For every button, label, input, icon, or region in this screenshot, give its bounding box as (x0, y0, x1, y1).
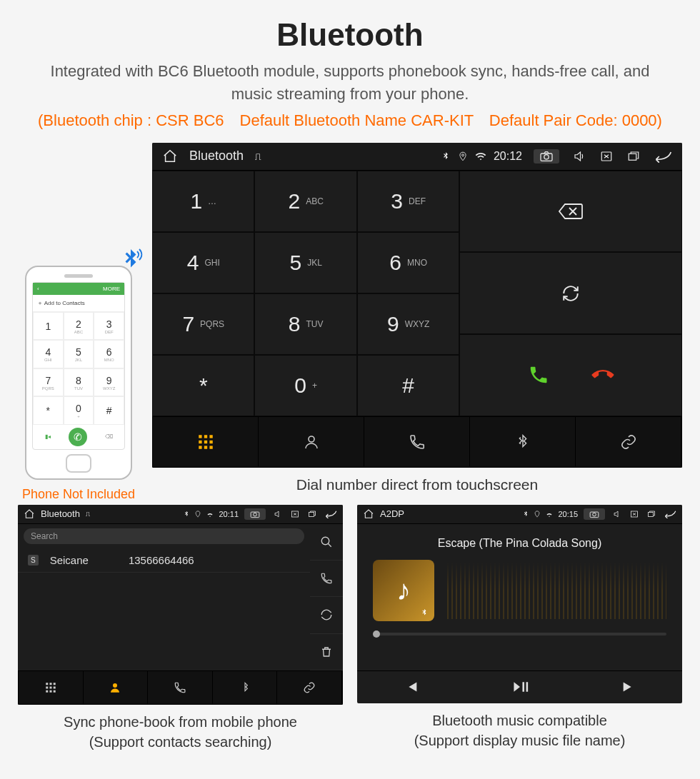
phone-key-4: 4GHI (33, 340, 64, 368)
search-input[interactable]: Search (24, 528, 304, 544)
home-icon[interactable] (162, 149, 178, 164)
phone-key-5: 5JKL (64, 340, 94, 368)
page-subtitle: Integrated with BC6 Bluetooth module, su… (0, 60, 700, 111)
phonebook-caption-2: (Support contacts searching) (18, 732, 343, 752)
contact-row[interactable]: S Seicane 13566664466 (18, 548, 310, 573)
dialer-statusbar: Bluetooth ⎍ 20:12 (152, 143, 682, 171)
svg-point-29 (113, 683, 117, 688)
music-time: 20:15 (558, 510, 578, 518)
dialer-key-9[interactable]: 9WXYZ (357, 293, 459, 355)
page-title: Bluetooth (0, 0, 700, 60)
phonebook-caption-1: Sync phone-book from mobile phone (18, 712, 343, 732)
svg-rect-5 (199, 435, 201, 438)
volume-icon[interactable] (273, 510, 283, 518)
back-icon[interactable] (664, 510, 676, 518)
phonebook-time: 20:11 (219, 510, 239, 518)
close-icon[interactable] (599, 150, 614, 163)
camera-icon[interactable] (584, 508, 605, 520)
redial-button[interactable] (459, 252, 682, 334)
side-call-icon[interactable] (310, 561, 343, 597)
play-pause-button[interactable] (511, 679, 529, 695)
person-icon (303, 433, 320, 451)
phone-key-0: 0+ (64, 396, 94, 425)
backspace-button[interactable] (459, 171, 682, 253)
back-icon[interactable] (654, 150, 672, 163)
tab-pair[interactable] (277, 671, 342, 704)
tab-pair[interactable] (576, 417, 681, 467)
tab-recent[interactable] (148, 671, 213, 704)
visualizer (447, 562, 666, 619)
tab-contacts[interactable] (84, 671, 149, 704)
svg-rect-12 (204, 446, 206, 448)
phone-key-#: # (94, 396, 124, 425)
wifi-icon (545, 511, 554, 518)
dialer-key-3[interactable]: 3DEF (357, 171, 459, 232)
volume-icon[interactable] (572, 150, 586, 163)
phonebook-statusbar: Bluetooth ⎍ 20:11 (18, 505, 343, 524)
dialer-keypad: 1…2ABC3DEF4GHI5JKL6MNO7PQRS8TUV9WXYZ*0+# (152, 171, 459, 416)
dialer-key-2[interactable]: 2ABC (254, 171, 356, 232)
music-caption-2: (Support display music file name) (357, 730, 682, 750)
album-bluetooth-icon (420, 608, 429, 617)
dialer-key-#[interactable]: # (357, 355, 459, 416)
phone-key-2: 2ABC (64, 312, 94, 341)
back-icon[interactable] (324, 510, 337, 518)
svg-point-0 (461, 154, 464, 156)
svg-rect-9 (204, 441, 206, 443)
backspace-icon (558, 202, 584, 221)
dialer-key-6[interactable]: 6MNO (357, 232, 459, 293)
dialer-key-0[interactable]: 0+ (254, 355, 356, 416)
hangup-button[interactable] (592, 364, 614, 386)
svg-rect-11 (199, 446, 201, 448)
bluetooth-spec-line: (Bluetooth chip : CSR BC6 Default Blueto… (0, 111, 700, 143)
dialer-key-4[interactable]: 4GHI (152, 232, 254, 293)
recent-apps-icon[interactable] (646, 510, 656, 518)
dialer-key-*[interactable]: * (152, 355, 254, 416)
usb-icon: ⎍ (86, 510, 90, 518)
progress-bar[interactable] (373, 633, 666, 635)
camera-icon[interactable] (534, 149, 559, 164)
dialpad-icon (196, 433, 215, 451)
tab-contacts[interactable] (259, 417, 364, 467)
volume-icon[interactable] (612, 510, 622, 518)
redial-icon (560, 284, 581, 303)
link-icon (619, 433, 638, 451)
usb-icon: ⎍ (255, 151, 261, 162)
close-icon[interactable] (290, 510, 300, 518)
phonebook-title: Bluetooth (41, 508, 80, 519)
tab-bluetooth[interactable] (213, 671, 278, 704)
home-icon[interactable] (363, 508, 374, 520)
dialer-key-7[interactable]: 7PQRS (152, 293, 254, 355)
tab-bluetooth[interactable] (470, 417, 576, 467)
tab-recent[interactable] (364, 417, 470, 467)
home-icon[interactable] (24, 508, 35, 520)
phone-caption: Phone Not Included (22, 487, 135, 502)
side-search-icon[interactable] (310, 524, 343, 561)
dialer-panel: Bluetooth ⎍ 20:12 (152, 143, 682, 468)
recent-apps-icon[interactable] (307, 510, 317, 518)
dialer-caption: Dial number direct from touchscreen (152, 468, 682, 502)
camera-icon[interactable] (244, 508, 266, 520)
tab-dialpad[interactable] (19, 671, 84, 704)
dialer-key-5[interactable]: 5JKL (254, 232, 356, 293)
phonebook-panel: Bluetooth ⎍ 20:11 Search (18, 505, 343, 705)
call-button[interactable] (528, 364, 549, 386)
close-icon[interactable] (629, 510, 639, 518)
prev-track-button[interactable] (404, 679, 419, 695)
tab-dialpad[interactable] (153, 417, 259, 467)
location-icon (458, 151, 468, 161)
svg-point-2 (544, 154, 549, 159)
location-icon (194, 511, 201, 518)
recent-apps-icon[interactable] (626, 150, 641, 163)
svg-rect-25 (54, 686, 56, 688)
phone-key-*: * (33, 396, 64, 425)
side-sync-icon[interactable] (310, 597, 343, 633)
dialer-title: Bluetooth (189, 149, 244, 164)
dialer-key-8[interactable]: 8TUV (254, 293, 356, 355)
dialer-key-1[interactable]: 1… (152, 171, 254, 232)
music-caption-1: Bluetooth music compatible (357, 710, 682, 730)
next-track-button[interactable] (621, 679, 636, 695)
svg-rect-10 (209, 441, 212, 443)
side-delete-icon[interactable] (310, 634, 343, 670)
phone-key-1: 1 (33, 312, 64, 341)
